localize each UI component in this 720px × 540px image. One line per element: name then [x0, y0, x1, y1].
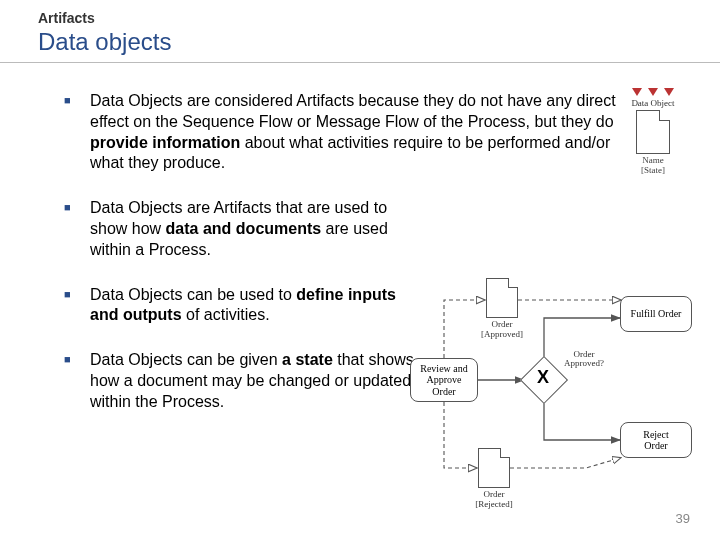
data-object-illustration: Data Object Name [State] [614, 88, 692, 176]
triangle-down-icon [664, 88, 674, 96]
bullet-3-text-pre: Data Objects can be used to [90, 286, 296, 303]
section-label: Artifacts [38, 10, 720, 26]
task-fulfill-order: Fulfill Order [620, 296, 692, 332]
bullet-4-bold: a state [282, 351, 333, 368]
triangle-down-icon [648, 88, 658, 96]
bullet-4-text-pre: Data Objects can be given [90, 351, 282, 368]
bullet-3-text-post: of activities. [182, 306, 270, 323]
slide-title: Data objects [38, 28, 720, 56]
bullet-1: Data Objects are considered Artifacts be… [64, 91, 630, 174]
data-object-state: [State] [614, 166, 692, 176]
gateway-label: OrderApproved? [556, 350, 612, 369]
task-review-approve-order: Review andApproveOrder [410, 358, 478, 402]
bullet-1-text-pre: Data Objects are considered Artifacts be… [90, 92, 616, 130]
triangle-down-icon [632, 88, 642, 96]
slide-root: Artifacts Data objects Data Objects are … [0, 0, 720, 540]
bullet-2-bold: data and documents [166, 220, 322, 237]
gateway-x-icon: X [537, 367, 549, 388]
data-object-order-rejected [478, 448, 510, 488]
bullet-3: Data Objects can be used to define input… [64, 285, 420, 327]
data-object-order-approved [486, 278, 518, 318]
arrow-trio [614, 88, 692, 96]
caption-order-approved: Order[Approved] [472, 320, 532, 340]
document-icon [636, 110, 670, 154]
bullet-1-bold: provide information [90, 134, 240, 151]
bullet-4: Data Objects can be given a state that s… [64, 350, 420, 412]
page-number: 39 [676, 511, 690, 526]
task-reject-order: RejectOrder [620, 422, 692, 458]
data-object-caption: Data Object [614, 98, 692, 108]
process-diagram: Order[Approved] Order[Rejected] Review a… [406, 270, 706, 510]
slide-header: Artifacts Data objects [0, 0, 720, 56]
bullet-2: Data Objects are Artifacts that are used… [64, 198, 420, 260]
caption-order-rejected: Order[Rejected] [464, 490, 524, 510]
